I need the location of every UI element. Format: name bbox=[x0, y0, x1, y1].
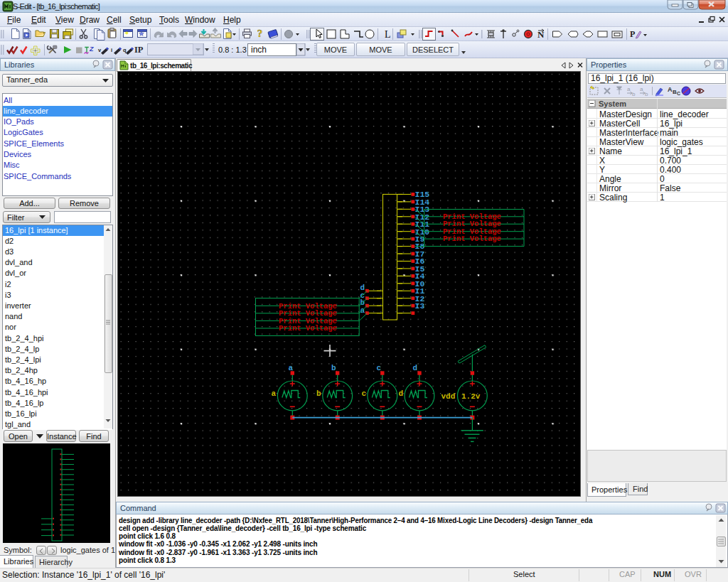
svg-text:c: c bbox=[362, 389, 367, 398]
svg-text:b: b bbox=[645, 91, 648, 97]
svg-text:d: d bbox=[399, 389, 404, 398]
svg-text:d: d bbox=[413, 364, 418, 372]
svg-text:Print Voltage: Print Voltage bbox=[279, 324, 337, 333]
svg-text:C: C bbox=[677, 91, 680, 96]
svg-text:i: i bbox=[111, 47, 112, 53]
svg-text:v: v bbox=[98, 47, 102, 53]
svg-text:a: a bbox=[289, 364, 294, 372]
svg-text:?: ? bbox=[257, 28, 263, 39]
svg-text:vdd: vdd bbox=[441, 392, 456, 401]
svg-text:A: A bbox=[668, 86, 673, 93]
svg-text:c: c bbox=[377, 364, 382, 372]
svg-text:b: b bbox=[316, 389, 321, 398]
svg-text:b: b bbox=[632, 91, 636, 97]
svg-text:Z: Z bbox=[89, 45, 94, 53]
svg-text:I3: I3 bbox=[415, 301, 425, 311]
svg-text:q: q bbox=[123, 47, 127, 53]
svg-text:a: a bbox=[640, 86, 643, 92]
svg-text:1.2v: 1.2v bbox=[461, 392, 481, 401]
svg-text:P: P bbox=[630, 29, 635, 39]
svg-text:a: a bbox=[272, 389, 277, 398]
svg-text:L: L bbox=[385, 29, 391, 40]
svg-text:a: a bbox=[627, 86, 631, 92]
svg-text:Print Voltage: Print Voltage bbox=[443, 235, 501, 243]
svg-text:b: b bbox=[331, 364, 336, 372]
svg-text:IP: IP bbox=[134, 45, 144, 55]
